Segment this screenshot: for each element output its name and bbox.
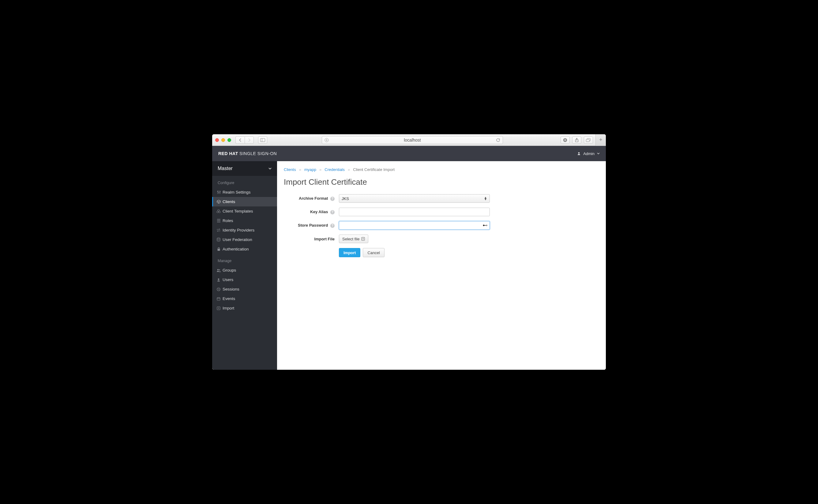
help-icon[interactable]: ? [330,224,335,228]
row-key-alias: Key Alias ? [284,208,599,216]
browser-window: localhost + RED HAT SINGLE SIGN-ON [212,134,606,370]
user-menu[interactable]: Admin [577,151,600,156]
calendar-icon [217,297,221,301]
sidebar-item-sessions[interactable]: Sessions [212,284,277,294]
crumb-sep: » [348,167,350,172]
share-button[interactable] [572,136,581,144]
app-frame: RED HAT SINGLE SIGN-ON Admin Master Conf… [212,146,606,370]
sidebar-item-identity-providers[interactable]: Identity Providers [212,225,277,235]
exchange-icon [217,228,221,232]
sidebar-item-label: Sessions [223,287,240,291]
store-password-input[interactable] [339,221,490,230]
label-key-alias: Key Alias ? [284,209,339,214]
sidebar-item-groups[interactable]: Groups [212,265,277,275]
help-icon[interactable]: ? [330,197,335,201]
nav-forward-button[interactable] [245,136,254,144]
user-icon [577,152,581,155]
archive-format-select[interactable]: JKS ▲▼ [339,194,490,203]
svg-point-8 [217,191,218,192]
realm-selector[interactable]: Master [212,161,277,176]
list-icon [217,219,221,222]
sidebar-item-realm-settings[interactable]: Realm Settings [212,187,277,197]
crumb-client-name[interactable]: myapp [304,167,316,172]
svg-point-14 [219,269,220,270]
import-icon [361,237,365,241]
select-chevron-icon: ▲▼ [484,197,487,200]
clock-icon [217,287,221,291]
label-archive-format: Archive Format ? [284,196,339,201]
user-name: Admin [583,151,594,156]
sidebar-item-label: Import [223,306,234,310]
archive-format-value: JKS [342,196,349,201]
app-topbar: RED HAT SINGLE SIGN-ON Admin [212,146,606,161]
row-import-file: Import File Select file [284,235,599,243]
url-host: localhost [404,138,421,143]
sidebar-item-label: Users [223,277,233,282]
tabs-button[interactable] [584,136,593,144]
brand-bold: RED HAT [218,151,238,156]
svg-point-13 [218,269,219,270]
nav-back-forward [236,136,254,144]
close-window-icon[interactable] [215,138,219,142]
cubes-icon [217,209,221,213]
label-store-password: Store Password ? [284,223,339,228]
chevron-down-icon [269,168,272,169]
lock-icon [217,247,221,251]
crumb-clients[interactable]: Clients [284,167,296,172]
zoom-window-icon[interactable] [228,138,231,142]
svg-rect-6 [586,139,589,142]
sidebar: Master Configure Realm Settings Clients … [212,161,277,370]
key-alias-input[interactable] [339,208,490,216]
sidebar-item-label: User Federation [223,237,252,242]
sidebar-toggle-button[interactable] [258,136,267,144]
sidebar-item-events[interactable]: Events [212,294,277,303]
form-actions: Import Cancel [339,248,599,257]
realm-name: Master [218,166,233,171]
reader-plus-icon[interactable] [325,138,329,142]
window-controls [215,138,231,142]
chevron-down-icon [597,153,600,154]
svg-rect-0 [261,138,265,142]
sidebar-item-label: Client Templates [223,209,253,213]
titlebar-right-buttons [560,136,593,144]
breadcrumb: Clients » myapp » Credentials » Client C… [284,167,599,172]
row-archive-format: Archive Format ? JKS ▲▼ [284,194,599,203]
user-icon [217,278,221,282]
select-file-label: Select file [342,237,359,241]
sidebar-item-users[interactable]: Users [212,275,277,284]
address-bar[interactable]: localhost [322,136,503,144]
svg-point-11 [217,238,220,239]
password-key-icon[interactable] [482,224,487,227]
svg-point-19 [483,225,485,226]
help-icon[interactable]: ? [330,210,335,214]
minimize-window-icon[interactable] [221,138,225,142]
nav-back-button[interactable] [236,136,245,144]
cancel-button[interactable]: Cancel [363,248,384,257]
main-content: Clients » myapp » Credentials » Client C… [277,161,606,370]
crumb-credentials[interactable]: Credentials [325,167,345,172]
sidebar-item-authentication[interactable]: Authentication [212,244,277,254]
cube-icon [217,200,221,204]
sidebar-section-configure: Configure [212,176,277,187]
sidebar-item-clients[interactable]: Clients [212,197,277,206]
sidebar-section-manage: Manage [212,254,277,265]
sidebar-item-roles[interactable]: Roles [212,216,277,225]
import-button[interactable]: Import [339,248,360,257]
app-brand: RED HAT SINGLE SIGN-ON [218,151,277,156]
reload-icon[interactable] [496,138,500,142]
label-import-file: Import File [284,237,339,241]
svg-rect-12 [218,249,220,251]
new-tab-button[interactable]: + [595,134,606,146]
brand-light: SINGLE SIGN-ON [240,151,277,156]
downloads-button[interactable] [560,136,570,144]
sidebar-item-client-templates[interactable]: Client Templates [212,206,277,216]
sidebar-item-user-federation[interactable]: User Federation [212,235,277,244]
crumb-sep: » [319,167,322,172]
sidebar-item-label: Events [223,296,235,301]
sliders-icon [217,190,221,194]
select-file-button[interactable]: Select file [339,235,368,243]
svg-point-10 [220,191,221,192]
sidebar-item-import[interactable]: Import [212,303,277,313]
svg-point-9 [218,192,219,193]
svg-point-15 [218,278,220,280]
